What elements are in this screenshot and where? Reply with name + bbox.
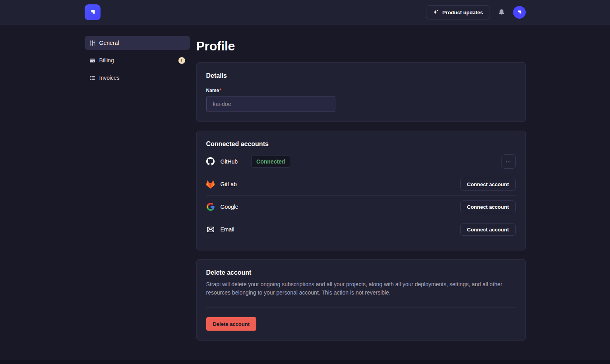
profile-main: Profile Details Name* Connected accounts… (196, 36, 526, 356)
notifications-button[interactable] (496, 7, 507, 17)
account-name: Email (221, 226, 234, 233)
connected-status-badge: Connected (251, 156, 290, 168)
gitlab-icon (206, 180, 215, 189)
strapi-mark-icon (88, 8, 97, 17)
bell-icon (498, 9, 505, 16)
avatar-strapi-mark-icon (515, 8, 523, 16)
settings-sidebar: General Billing ! Invoices (85, 36, 190, 356)
sidebar-item-general[interactable]: General (85, 36, 190, 50)
required-asterisk: * (219, 88, 221, 93)
divider (206, 307, 516, 308)
invoice-list-icon (89, 75, 95, 81)
product-updates-button[interactable]: Product updates (426, 5, 490, 19)
strapi-logo[interactable] (85, 4, 101, 20)
details-card: Details Name* (196, 62, 526, 122)
page-title: Profile (196, 39, 526, 54)
delete-account-card: Delete account Strapi will delete your o… (196, 259, 526, 341)
gitlab-connect-button[interactable]: Connect account (460, 178, 515, 191)
sidebar-item-label: General (99, 40, 119, 46)
account-row-google: Google Connect account (206, 195, 516, 218)
delete-account-description: Strapi will delete your ongoing subscrip… (206, 280, 516, 297)
github-options-button[interactable]: ⋯ (502, 154, 516, 169)
account-row-github: GitHub Connected ⋯ (206, 150, 516, 173)
sliders-icon (89, 40, 95, 46)
product-updates-label: Product updates (442, 10, 483, 15)
sidebar-item-label: Invoices (99, 75, 120, 81)
sidebar-item-billing[interactable]: Billing ! (85, 53, 190, 67)
sidebar-item-invoices[interactable]: Invoices (85, 71, 190, 85)
name-input[interactable] (206, 96, 335, 112)
user-avatar[interactable] (513, 6, 526, 19)
account-name: GitLab (221, 181, 237, 187)
billing-warning-badge: ! (178, 57, 185, 64)
account-row-email: Email Connect account (206, 218, 516, 241)
delete-account-title: Delete account (206, 269, 516, 276)
name-field-label: Name* (206, 88, 221, 93)
account-name: GitHub (221, 158, 238, 165)
github-icon (206, 157, 215, 166)
credit-card-icon (89, 58, 95, 64)
delete-account-button[interactable]: Delete account (206, 317, 256, 331)
email-connect-button[interactable]: Connect account (460, 223, 515, 236)
email-icon (206, 225, 215, 233)
details-card-title: Details (206, 72, 516, 79)
bottom-edge-strip (0, 360, 610, 364)
sparkles-icon (433, 9, 439, 15)
google-icon (206, 203, 215, 211)
sidebar-item-label: Billing (99, 57, 114, 64)
account-name: Google (221, 204, 238, 210)
account-row-gitlab: GitLab Connect account (206, 173, 516, 195)
connected-accounts-title: Connected accounts (206, 141, 516, 148)
connected-accounts-card: Connected accounts GitHub Connected ⋯ (196, 131, 526, 250)
top-bar: Product updates (0, 0, 610, 25)
google-connect-button[interactable]: Connect account (460, 200, 515, 213)
